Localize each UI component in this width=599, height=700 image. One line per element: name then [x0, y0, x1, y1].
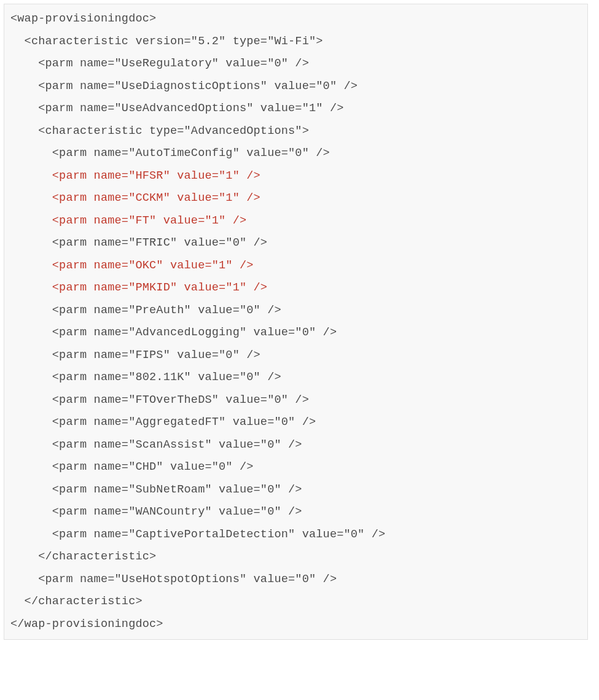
code-line: <parm name="OKC" value="1" />: [10, 259, 254, 272]
code-line: <parm name="FT" value="1" />: [10, 214, 246, 227]
code-line: <parm name="FTRIC" value="0" />: [10, 236, 267, 249]
code-line: <parm name="PreAuth" value="0" />: [10, 304, 281, 317]
code-line: <parm name="ScanAssist" value="0" />: [10, 438, 302, 451]
code-line: <parm name="HFSR" value="1" />: [10, 169, 260, 182]
code-line: <parm name="UseAdvancedOptions" value="1…: [10, 102, 344, 115]
code-line: <parm name="UseRegulatory" value="0" />: [10, 57, 309, 70]
code-line: <parm name="802.11K" value="0" />: [10, 371, 281, 384]
code-line: <parm name="PMKID" value="1" />: [10, 281, 267, 294]
code-line: <parm name="FTOverTheDS" value="0" />: [10, 394, 309, 406]
code-line: <parm name="CaptivePortalDetection" valu…: [10, 528, 385, 541]
code-line: </characteristic>: [10, 550, 156, 563]
code-line: <parm name="UseHotspotOptions" value="0"…: [10, 573, 337, 586]
code-line: <characteristic type="AdvancedOptions">: [10, 125, 309, 138]
code-line: <parm name="FIPS" value="0" />: [10, 349, 260, 362]
code-line: <parm name="WANCountry" value="0" />: [10, 505, 302, 518]
code-line: <parm name="AggregatedFT" value="0" />: [10, 416, 316, 429]
code-line: <parm name="SubNetRoam" value="0" />: [10, 483, 302, 496]
code-line: </wap-provisioningdoc>: [10, 618, 163, 631]
xml-code-block: <wap-provisioningdoc> <characteristic ve…: [4, 4, 588, 640]
xml-code: <wap-provisioningdoc> <characteristic ve…: [10, 8, 581, 636]
code-line: <parm name="CCKM" value="1" />: [10, 192, 260, 204]
code-line: <parm name="CHD" value="0" />: [10, 461, 254, 473]
code-line: <parm name="AdvancedLogging" value="0" /…: [10, 326, 337, 339]
code-line: <parm name="UseDiagnosticOptions" value=…: [10, 80, 358, 93]
code-line: <parm name="AutoTimeConfig" value="0" />: [10, 147, 330, 160]
code-line: <characteristic version="5.2" type="Wi-F…: [10, 35, 323, 48]
code-line: <wap-provisioningdoc>: [10, 12, 156, 25]
code-line: </characteristic>: [10, 595, 143, 608]
